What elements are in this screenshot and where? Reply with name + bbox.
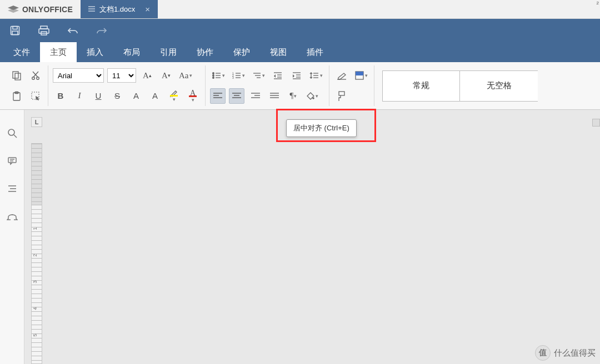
italic-button[interactable]: I — [72, 88, 87, 104]
menu-collaboration[interactable]: 协作 — [187, 42, 223, 62]
svg-rect-7 — [12, 31, 18, 35]
paste-button[interactable] — [9, 88, 24, 104]
svg-line-16 — [33, 72, 38, 77]
decrease-indent-button[interactable] — [270, 68, 286, 83]
left-sidebar — [0, 110, 24, 364]
watermark-text: 什么值得买 — [554, 348, 596, 358]
svg-line-64 — [14, 135, 17, 138]
ruler-mark: 3 — [32, 280, 38, 283]
increase-indent-button[interactable] — [289, 68, 304, 83]
search-button[interactable] — [4, 125, 20, 141]
ribbon-toolbar: Arial 11 A▴ A▾ Aa▾ B I U S A2 A2 ▾ A ▾ ▾ — [0, 62, 600, 110]
document-tab[interactable]: 文档1.docx × — [81, 0, 158, 18]
cut-button[interactable] — [28, 68, 43, 83]
ruler-mark: 5 — [32, 333, 38, 336]
subscript-button[interactable]: A2 — [147, 88, 163, 104]
styles-group: 常规 无空格 — [374, 65, 542, 106]
highlight-color-button[interactable]: ▾ — [166, 88, 182, 104]
menu-layout[interactable]: 布局 — [113, 42, 150, 62]
close-tab-icon[interactable]: × — [145, 4, 150, 14]
work-area: L 1 2 3 4 5 — [0, 110, 600, 364]
svg-point-14 — [37, 77, 39, 80]
clear-style-button[interactable] — [334, 68, 349, 83]
font-group: Arial 11 A▴ A▾ Aa▾ B I U S A2 A2 ▾ A ▾ — [48, 65, 206, 106]
print-button[interactable] — [34, 22, 53, 39]
menu-home[interactable]: 主页 — [40, 42, 77, 62]
redo-button[interactable] — [92, 22, 111, 39]
svg-point-22 — [213, 75, 214, 77]
decrease-font-button[interactable]: A▾ — [158, 68, 174, 83]
document-title: 文档1.docx — [99, 4, 135, 14]
multilevel-list-button[interactable]: ▾ — [250, 68, 267, 83]
svg-point-24 — [213, 77, 214, 79]
style-no-spacing[interactable]: 无空格 — [460, 70, 538, 102]
ruler-mark: 1 — [32, 227, 38, 230]
onlyoffice-icon — [8, 6, 18, 13]
vertical-ruler[interactable]: 1 2 3 4 5 — [31, 143, 42, 364]
menu-references[interactable]: 引用 — [150, 42, 187, 62]
style-normal[interactable]: 常规 — [382, 70, 460, 102]
svg-rect-11 — [13, 72, 18, 78]
svg-point-63 — [8, 129, 14, 135]
ruler-mark: 2 — [32, 254, 38, 256]
brand-name: ONLYOFFICE — [22, 5, 73, 14]
menu-bar: 文件 主页 插入 布局 引用 协作 保护 视图 插件 — [0, 42, 600, 62]
change-case-button[interactable]: Aa▾ — [177, 68, 194, 83]
tooltip-align-center: 居中对齐 (Ctrl+E) — [286, 119, 357, 137]
increase-font-button[interactable]: A▴ — [139, 68, 155, 83]
numbered-list-button[interactable]: 123▾ — [230, 68, 247, 83]
font-size-select[interactable]: 11 — [107, 68, 136, 83]
headings-button[interactable] — [4, 181, 20, 196]
font-family-select[interactable]: Arial — [53, 68, 104, 83]
comments-button[interactable] — [4, 153, 20, 169]
shading-button[interactable]: ▾ — [304, 88, 320, 104]
svg-rect-61 — [356, 72, 363, 75]
hamburger-icon — [88, 5, 95, 13]
font-color-button[interactable]: A ▾ — [185, 88, 201, 104]
svg-point-58 — [312, 97, 314, 99]
menu-insert[interactable]: 插入 — [77, 42, 113, 62]
select-all-button[interactable] — [28, 88, 43, 104]
svg-rect-12 — [15, 73, 21, 80]
svg-rect-19 — [32, 92, 39, 99]
bullet-list-button[interactable]: ▾ — [210, 68, 227, 83]
nonprinting-chars-button[interactable]: ¶▾ — [286, 88, 301, 104]
menu-plugins[interactable]: 插件 — [297, 42, 333, 62]
clipboard-group — [4, 65, 48, 106]
ruler-corner: L — [31, 117, 42, 127]
undo-button[interactable] — [63, 22, 82, 39]
menu-file[interactable]: 文件 — [3, 42, 40, 62]
strikethrough-button[interactable]: S — [109, 88, 125, 104]
watermark: 值 什么值得买 — [535, 345, 596, 361]
ruler-right-cap — [592, 119, 600, 127]
align-center-button[interactable] — [229, 88, 244, 104]
line-spacing-button[interactable]: ▾ — [308, 68, 324, 83]
svg-marker-1 — [8, 8, 19, 13]
align-justify-button[interactable] — [267, 88, 282, 104]
save-button[interactable] — [6, 22, 24, 39]
svg-point-20 — [213, 73, 214, 74]
watermark-badge: 值 — [535, 345, 551, 361]
quick-access-bar — [0, 19, 600, 42]
svg-point-13 — [32, 77, 35, 80]
menu-view[interactable]: 视图 — [260, 42, 297, 62]
svg-rect-65 — [8, 158, 16, 163]
document-canvas[interactable]: L 1 2 3 4 5 — [24, 110, 600, 364]
svg-line-15 — [33, 72, 38, 77]
copy-button[interactable] — [9, 68, 24, 83]
feedback-button[interactable] — [4, 209, 20, 224]
editing-group: ▾ — [329, 65, 374, 106]
svg-point-71 — [12, 214, 13, 215]
app-logo: ONLYOFFICE — [0, 0, 81, 18]
borders-button[interactable]: ▾ — [353, 68, 369, 83]
copy-style-button[interactable] — [334, 88, 349, 104]
underline-button[interactable]: U — [91, 88, 106, 104]
paragraph-group: ▾ 123▾ ▾ ▾ ¶▾ ▾ — [206, 65, 329, 106]
menu-protect[interactable]: 保护 — [223, 42, 260, 62]
align-right-button[interactable] — [248, 88, 263, 104]
title-bar: ONLYOFFICE 文档1.docx × — [0, 0, 600, 19]
bold-button[interactable]: B — [53, 88, 68, 104]
svg-rect-9 — [39, 29, 49, 33]
superscript-button[interactable]: A2 — [128, 88, 144, 104]
align-left-button[interactable] — [210, 88, 226, 104]
